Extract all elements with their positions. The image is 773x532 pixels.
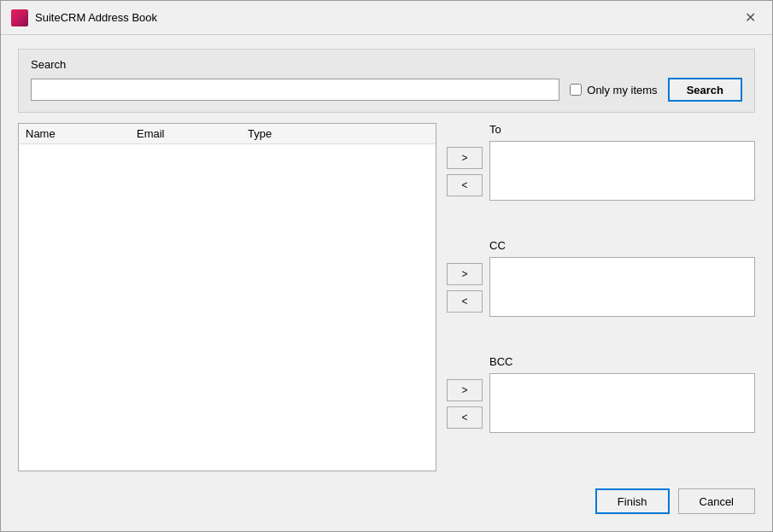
cc-textarea[interactable] [489, 257, 755, 317]
bcc-remove-button[interactable]: < [447, 406, 483, 429]
window-title: SuiteCRM Address Book [35, 11, 157, 24]
col-name-header: Name [26, 127, 137, 140]
close-button[interactable]: ✕ [738, 6, 762, 30]
bcc-add-button[interactable]: > [447, 379, 483, 401]
to-btn-col: > < [447, 123, 483, 196]
cc-field-col: CC [489, 239, 755, 317]
contact-list-panel: Name Email Type [18, 123, 436, 471]
bcc-textarea[interactable] [489, 373, 755, 433]
right-panel: > < To > < CC [447, 123, 755, 471]
to-label: To [489, 123, 755, 136]
contact-list-body[interactable] [19, 144, 436, 471]
search-input[interactable] [31, 79, 559, 101]
main-area: Name Email Type > < To [18, 123, 755, 471]
main-window: SuiteCRM Address Book ✕ Search Only my i… [0, 0, 773, 532]
list-header: Name Email Type [19, 124, 436, 144]
finish-button[interactable]: Finish [595, 488, 670, 514]
app-icon [11, 9, 28, 26]
title-bar-left: SuiteCRM Address Book [11, 9, 157, 26]
cc-label: CC [489, 239, 755, 252]
search-section: Search Only my items Search [18, 49, 755, 113]
search-row: Only my items Search [31, 78, 742, 102]
bcc-btn-col: > < [447, 355, 483, 429]
only-my-items-label: Only my items [570, 84, 657, 96]
to-add-button[interactable]: > [447, 147, 483, 169]
footer: Finish Cancel [18, 482, 755, 517]
cc-add-button[interactable]: > [447, 263, 483, 285]
search-label: Search [31, 58, 742, 71]
cc-remove-button[interactable]: < [447, 290, 483, 313]
to-remove-button[interactable]: < [447, 174, 483, 196]
col-type-header: Type [248, 127, 272, 140]
bcc-field-col: BCC [489, 355, 755, 433]
col-email-header: Email [137, 127, 248, 140]
bcc-label: BCC [489, 355, 755, 368]
only-my-items-checkbox[interactable] [570, 84, 582, 96]
to-field-group: > < To [447, 123, 755, 232]
cc-field-group: > < CC [447, 239, 755, 348]
to-textarea[interactable] [489, 141, 755, 201]
bcc-field-group: > < BCC [447, 355, 755, 465]
title-bar: SuiteCRM Address Book ✕ [1, 1, 772, 35]
window-body: Search Only my items Search Name Email T… [1, 35, 772, 531]
cancel-button[interactable]: Cancel [678, 488, 755, 514]
search-button[interactable]: Search [668, 78, 742, 102]
cc-btn-col: > < [447, 239, 483, 313]
to-field-col: To [489, 123, 755, 201]
